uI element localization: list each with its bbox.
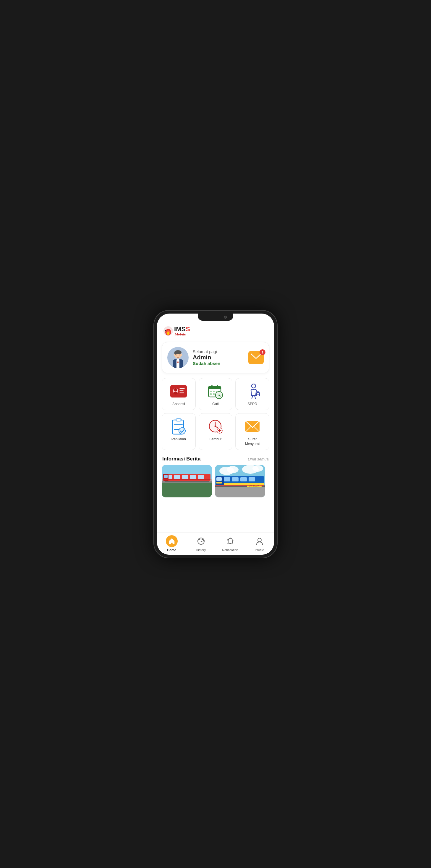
logo-s: S bbox=[186, 326, 190, 333]
penilaian-label: Penilaian bbox=[172, 437, 186, 442]
svg-point-80 bbox=[227, 466, 239, 473]
cuti-icon-wrap bbox=[207, 383, 224, 399]
news-item-2[interactable]: CUT MEUTA bbox=[215, 465, 265, 497]
svg-rect-45 bbox=[177, 419, 180, 421]
svg-rect-65 bbox=[162, 481, 212, 497]
svg-point-36 bbox=[218, 395, 220, 396]
svg-line-42 bbox=[254, 396, 255, 398]
svg-rect-70 bbox=[174, 475, 180, 479]
sppd-label: SPPD bbox=[247, 402, 257, 407]
svg-point-13 bbox=[179, 354, 180, 355]
svg-rect-19 bbox=[179, 388, 185, 389]
nav-item-profile[interactable]: Profile bbox=[251, 535, 269, 552]
svg-line-41 bbox=[252, 396, 253, 398]
svg-rect-30 bbox=[210, 393, 212, 395]
svg-point-106 bbox=[258, 538, 261, 542]
svg-rect-99 bbox=[216, 485, 264, 486]
mail-badge: 1 bbox=[259, 349, 266, 355]
notification-icon-wrap bbox=[224, 535, 236, 547]
svg-rect-72 bbox=[190, 475, 196, 479]
news-item-1[interactable] bbox=[162, 465, 212, 497]
home-icon-wrap bbox=[166, 535, 178, 547]
svg-point-104 bbox=[201, 540, 201, 541]
cuti-label: Cuti bbox=[212, 402, 218, 407]
sppd-icon bbox=[245, 383, 260, 399]
news-images: CUT MEUTA bbox=[157, 465, 274, 503]
svg-rect-93 bbox=[249, 477, 255, 482]
absensi-label: Absensi bbox=[172, 402, 185, 407]
svg-point-18 bbox=[174, 392, 178, 395]
svg-rect-95 bbox=[216, 477, 222, 481]
history-icon bbox=[197, 537, 205, 545]
svg-rect-24 bbox=[208, 388, 221, 389]
svg-rect-15 bbox=[170, 385, 187, 398]
svg-point-17 bbox=[174, 388, 177, 391]
nav-home-label: Home bbox=[167, 548, 176, 552]
news-section-title: Informasi Berita bbox=[162, 456, 201, 462]
surat-icon-wrap bbox=[244, 419, 261, 434]
history-icon-wrap bbox=[195, 535, 207, 547]
imss-logo-icon bbox=[163, 326, 174, 336]
bell-icon bbox=[226, 537, 235, 545]
nav-item-home[interactable]: Home bbox=[163, 535, 181, 552]
nav-item-notification[interactable]: Notification bbox=[221, 535, 239, 552]
svg-rect-92 bbox=[240, 477, 247, 482]
profile-person-icon bbox=[255, 537, 264, 545]
svg-rect-71 bbox=[182, 475, 188, 479]
surat-label: Surat Menyurat bbox=[245, 437, 260, 446]
welcome-text: Selamat pagi Admin Sudah absen bbox=[193, 349, 244, 366]
svg-rect-21 bbox=[179, 393, 184, 393]
svg-rect-27 bbox=[210, 391, 212, 392]
svg-rect-91 bbox=[232, 477, 239, 482]
notch bbox=[198, 314, 233, 321]
lembur-label: Lembur bbox=[210, 437, 222, 442]
svg-point-55 bbox=[214, 426, 216, 427]
menu-item-cuti[interactable]: Cuti bbox=[198, 378, 233, 410]
svg-point-3 bbox=[167, 332, 170, 335]
nav-item-history[interactable]: History bbox=[192, 535, 210, 552]
svg-rect-90 bbox=[224, 477, 230, 482]
news-see-all[interactable]: Lihat semua bbox=[248, 457, 269, 461]
svg-point-11 bbox=[181, 354, 182, 356]
main-scroll: IMSS Mobile bbox=[157, 314, 274, 533]
home-icon bbox=[168, 537, 175, 545]
welcome-status: Sudah absen bbox=[193, 361, 244, 366]
menu-item-penilaian[interactable]: Penilaian bbox=[162, 413, 196, 450]
svg-point-82 bbox=[252, 465, 263, 472]
menu-grid: Absensi bbox=[157, 378, 274, 451]
lembur-icon bbox=[208, 419, 223, 434]
nav-profile-label: Profile bbox=[255, 548, 264, 552]
logo-ms: MS bbox=[176, 326, 186, 333]
camera bbox=[224, 316, 227, 318]
welcome-greeting: Selamat pagi bbox=[193, 349, 244, 354]
svg-rect-28 bbox=[213, 391, 215, 392]
absensi-icon-wrap bbox=[170, 383, 187, 399]
logo-area: IMSS Mobile bbox=[157, 322, 274, 339]
svg-rect-25 bbox=[211, 385, 213, 388]
svg-point-12 bbox=[176, 354, 177, 355]
lembur-icon-wrap bbox=[207, 419, 224, 434]
menu-item-absensi[interactable]: Absensi bbox=[162, 378, 196, 410]
welcome-name: Admin bbox=[193, 354, 244, 361]
svg-rect-73 bbox=[198, 475, 204, 479]
svg-rect-26 bbox=[217, 385, 218, 388]
svg-point-37 bbox=[252, 384, 256, 388]
menu-item-sppd[interactable]: SPPD bbox=[235, 378, 269, 410]
svg-rect-77 bbox=[165, 481, 209, 482]
envelope-icon bbox=[251, 353, 261, 362]
svg-rect-75 bbox=[164, 475, 167, 478]
penilaian-icon bbox=[171, 418, 186, 435]
avatar bbox=[167, 347, 189, 368]
sppd-icon-wrap bbox=[244, 383, 261, 399]
absensi-icon bbox=[170, 384, 187, 398]
svg-rect-20 bbox=[179, 391, 184, 391]
phone-screen: IMSS Mobile bbox=[157, 314, 274, 555]
penilaian-icon-wrap bbox=[170, 419, 187, 434]
menu-item-lembur[interactable]: Lembur bbox=[198, 413, 233, 450]
svg-rect-96 bbox=[216, 482, 222, 484]
welcome-card: Selamat pagi Admin Sudah absen 1 bbox=[162, 342, 269, 373]
bottom-nav: Home History bbox=[157, 533, 274, 555]
menu-item-surat[interactable]: Surat Menyurat bbox=[235, 413, 269, 450]
cuti-icon bbox=[208, 384, 223, 399]
mail-notification[interactable]: 1 bbox=[248, 351, 264, 364]
